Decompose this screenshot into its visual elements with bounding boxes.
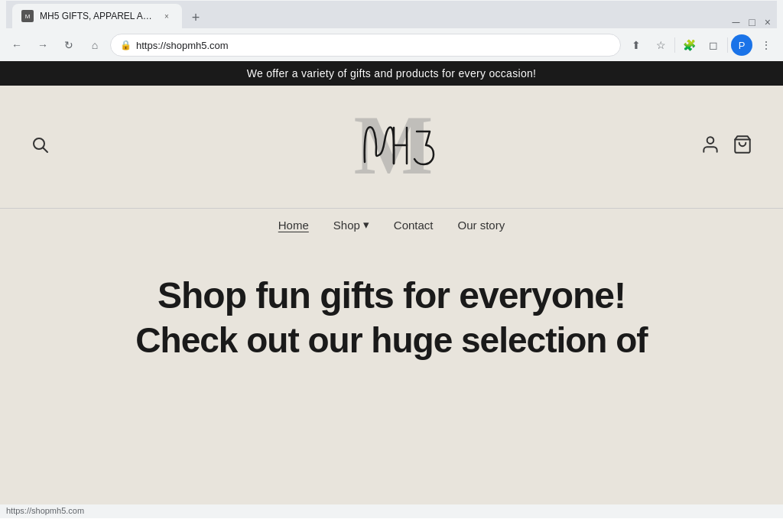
nav-shop[interactable]: Shop ▾ (333, 218, 369, 232)
account-button[interactable] (700, 135, 720, 159)
hero-section: Shop fun gifts for everyone! Check out o… (0, 244, 783, 376)
maximize-button[interactable]: □ (749, 16, 755, 28)
toolbar-divider (674, 37, 675, 53)
tab-close-button[interactable]: × (161, 10, 173, 22)
address-bar-row: ← → ↻ ⌂ 🔒 https://shopmh5.com ⬆ ☆ 🧩 ◻ P … (0, 29, 783, 61)
refresh-button[interactable]: ↻ (58, 34, 80, 56)
header-right (700, 135, 752, 159)
svg-point-2 (707, 137, 714, 144)
close-window-button[interactable]: × (765, 16, 771, 28)
extensions-button[interactable]: 🧩 (678, 34, 700, 56)
logo-svg (342, 101, 441, 193)
site-navigation: Home Shop ▾ Contact Our story (0, 208, 783, 244)
svg-line-1 (44, 148, 48, 153)
website-content: We offer a variety of gifts and products… (0, 61, 783, 504)
share-button[interactable]: ⬆ (625, 34, 647, 56)
minimize-button[interactable]: ─ (732, 16, 739, 28)
search-button[interactable] (31, 135, 49, 158)
profile-button[interactable]: P (731, 34, 752, 56)
nav-contact[interactable]: Contact (394, 218, 434, 232)
bookmark-button[interactable]: ☆ (650, 34, 671, 56)
tab-favicon: M (21, 10, 34, 22)
active-tab[interactable]: M MH5 GIFTS, APPAREL AND MO × (12, 4, 182, 28)
tab-title: MH5 GIFTS, APPAREL AND MO (40, 11, 154, 21)
logo-wrapper: M (338, 93, 445, 200)
hero-subtitle: Check out our huge selection of (31, 320, 752, 361)
status-url: https://shopmh5.com (6, 506, 84, 515)
site-header: M (0, 86, 783, 208)
home-button[interactable]: ⌂ (84, 34, 106, 56)
announcement-bar: We offer a variety of gifts and products… (0, 61, 783, 86)
menu-button[interactable]: ⋮ (755, 34, 777, 56)
status-bar: https://shopmh5.com (0, 504, 783, 518)
new-tab-button[interactable]: + (185, 7, 206, 28)
announcement-text: We offer a variety of gifts and products… (247, 67, 537, 79)
nav-home[interactable]: Home (278, 218, 309, 232)
address-bar[interactable]: 🔒 https://shopmh5.com (110, 34, 621, 57)
cart-button[interactable] (733, 135, 752, 159)
url-text: https://shopmh5.com (136, 40, 229, 51)
shop-dropdown-arrow: ▾ (363, 218, 369, 232)
ext2-button[interactable]: ◻ (703, 34, 724, 56)
lock-icon: 🔒 (120, 40, 132, 50)
toolbar-divider2 (727, 37, 728, 53)
forward-button[interactable]: → (32, 34, 54, 56)
back-button[interactable]: ← (6, 34, 28, 56)
logo-container[interactable]: M (338, 93, 445, 200)
hero-title: Shop fun gifts for everyone! (31, 274, 752, 316)
nav-our-story[interactable]: Our story (458, 218, 505, 232)
header-left (31, 135, 49, 158)
title-bar: M MH5 GIFTS, APPAREL AND MO × + ─ □ × (0, 0, 783, 29)
